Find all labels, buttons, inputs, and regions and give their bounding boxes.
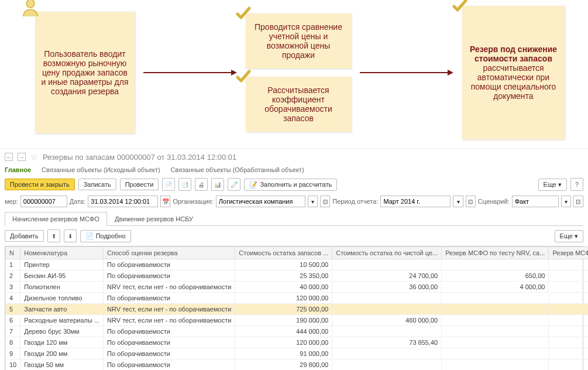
check-icon [235, 68, 252, 85]
move-down-icon[interactable]: ⬇ [64, 229, 77, 242]
cell-nom: Гвозди 200 мм [20, 348, 104, 359]
cell-c3 [442, 348, 549, 359]
number-input[interactable] [20, 196, 67, 207]
print-icon[interactable]: 🖨 [195, 178, 208, 191]
attach-icon[interactable]: 🧷 [228, 178, 240, 191]
subtab-nsbu-movement[interactable]: Движение резервов НСБУ [107, 212, 201, 225]
more-button[interactable]: Еще▾ [538, 179, 567, 191]
step3-text: Рассчитывается коэффициент оборачиваемос… [252, 85, 345, 123]
table-row[interactable]: 5Запчасти автоNRV тест, если нет - по об… [6, 304, 589, 315]
cell-c4: 40 000,00 [549, 282, 588, 293]
diagram-step-1: Пользователь вводит возможную рыночную ц… [35, 12, 135, 133]
sub-tabs: Начисление резервов МСФО Движение резерв… [5, 212, 583, 226]
svg-marker-4 [448, 70, 453, 76]
scenario-input[interactable] [512, 196, 559, 207]
cell-sp: По оборачиваемости [104, 270, 235, 282]
table-row[interactable]: 7Дерево брус 30ммПо оборачиваемости444 0… [6, 326, 589, 337]
fill-calculate-button[interactable]: 📝Заполнить и рассчитать [244, 179, 337, 191]
document-title: Резервы по запасам 000000007 от 31.03.20… [43, 153, 236, 162]
save-button[interactable]: Записать [78, 179, 116, 190]
cell-n: 7 [6, 326, 20, 337]
date-picker-icon[interactable]: 📅 [160, 196, 170, 207]
cell-c1: 120 000,00 [235, 337, 332, 348]
tab-linked-source[interactable]: Связанные объекты (Исходный объект) [42, 166, 160, 173]
cell-c4: 120 000,00 [549, 293, 588, 304]
select-org-icon[interactable]: ▾ [308, 196, 318, 207]
cell-c2 [332, 326, 442, 337]
col-cost-balance[interactable]: Стоимость остатка запасов ... [235, 247, 332, 259]
cell-c3 [442, 359, 549, 371]
open-period-icon[interactable]: ⊡ [466, 196, 476, 207]
open-org-icon[interactable]: ⊡ [320, 196, 330, 207]
cell-nom: Гвозди 120 мм [20, 337, 104, 348]
cell-c4 [549, 326, 588, 337]
app-window: ← → ☆ Резервы по запасам 000000007 от 31… [0, 148, 588, 370]
cell-c2 [332, 259, 442, 270]
subtab-ifrs-reserves[interactable]: Начисление резервов МСФО [5, 212, 107, 226]
date-input[interactable] [88, 196, 158, 207]
cell-nom: Полиэтилен [20, 282, 104, 293]
cell-sp: NRV тест, если нет - по оборачиваемости [104, 304, 235, 315]
table-row[interactable]: 10Гвозди 50 ммПо оборачиваемости29 800,0… [6, 359, 589, 371]
col-method[interactable]: Способ оценки резерва [104, 247, 235, 259]
table-row[interactable]: 2Бензин АИ-95По оборачиваемости25 350,00… [6, 270, 589, 282]
select-scenario-icon[interactable]: ▾ [561, 196, 571, 207]
cell-c3 [442, 315, 549, 326]
post-close-button[interactable]: Провести и закрыть [5, 179, 75, 190]
help-icon[interactable]: ? [570, 178, 583, 191]
period-input[interactable] [380, 196, 451, 207]
main-tabs: Главное Связанные объекты (Исходный объе… [5, 164, 583, 176]
cell-n: 3 [6, 282, 20, 293]
cell-nom: Гвозди 50 мм [20, 359, 104, 371]
cell-sp: По оборачиваемости [104, 293, 235, 304]
open-scenario-icon[interactable]: ⊡ [573, 196, 583, 207]
col-reserve-nrv[interactable]: Резерв МСФО по тесту NRV, са... [442, 247, 549, 259]
post-button[interactable]: Провести [120, 179, 159, 190]
detail-button[interactable]: 📄Подробно [80, 230, 131, 242]
date-label: Дата: [70, 198, 85, 205]
cell-c3 [442, 304, 549, 315]
tab-main[interactable]: Главное [5, 166, 31, 173]
favorite-icon[interactable]: ☆ [30, 152, 38, 162]
add-row-button[interactable]: Добавить [5, 230, 44, 242]
cell-n: 8 [6, 337, 20, 348]
table-more-button[interactable]: Еще▾ [555, 230, 583, 242]
table-row[interactable]: 1ПринтерПо оборачиваемости10 500,0010 50… [6, 259, 589, 270]
cell-n: 4 [6, 293, 20, 304]
table-row[interactable]: 3ПолиэтиленNRV тест, если нет - по обора… [6, 282, 589, 293]
cell-sp: По оборачиваемости [104, 348, 235, 359]
report-icon[interactable]: 📊 [211, 178, 224, 191]
org-input[interactable] [216, 196, 305, 207]
period-label: Период отчета: [332, 198, 378, 205]
cell-nom: Бензин АИ-95 [20, 270, 104, 282]
tab-linked-processed[interactable]: Связанные объекты (Обработанный объект) [171, 166, 304, 173]
col-n[interactable]: N [6, 247, 20, 259]
document-flow-icon[interactable]: 📄 [162, 178, 175, 191]
cell-c2 [332, 293, 442, 304]
table-row[interactable]: 8Гвозди 120 ммПо оборачиваемости120 000,… [6, 337, 589, 348]
forward-icon[interactable]: → [18, 153, 26, 161]
cell-c3: 4 000,00 [442, 282, 549, 293]
cell-sp: NRV тест, если нет - по оборачиваемости [104, 282, 235, 293]
cell-c2: 73 855,40 [332, 337, 442, 348]
move-up-icon[interactable]: ⬆ [47, 229, 60, 242]
select-period-icon[interactable]: ▾ [453, 196, 463, 207]
cell-c1: 725 000,00 [235, 304, 332, 315]
check-icon [235, 5, 252, 22]
svg-point-0 [26, 0, 35, 8]
col-cost-net[interactable]: Стоимость остатка по чистой це... [332, 247, 442, 259]
step4-text: Резерв под снижение стоимости запасов ра… [468, 44, 559, 101]
cell-nom: Запчасти авто [20, 304, 104, 315]
create-based-icon[interactable]: 📑 [178, 178, 191, 191]
cell-c4: 25 350,00 [549, 270, 588, 282]
table-row[interactable]: 4Дизельное топливоПо оборачиваемости120 … [6, 293, 589, 304]
table-row[interactable]: 9Гвозди 200 ммПо оборачиваемости91 000,0… [6, 348, 589, 359]
cell-c1: 29 800,00 [235, 359, 332, 371]
cell-n: 2 [6, 270, 20, 282]
col-reserve-turnover[interactable]: Резерв МСФО по оборачиваемо... [549, 247, 588, 259]
title-bar: ← → ☆ Резервы по запасам 000000007 от 31… [5, 150, 583, 164]
back-icon[interactable]: ← [5, 153, 13, 161]
table-row[interactable]: 6Расходные материалы ...NRV тест, если н… [6, 315, 589, 326]
cell-c2 [332, 304, 442, 315]
col-nomenclature[interactable]: Номенклатура [20, 247, 104, 259]
